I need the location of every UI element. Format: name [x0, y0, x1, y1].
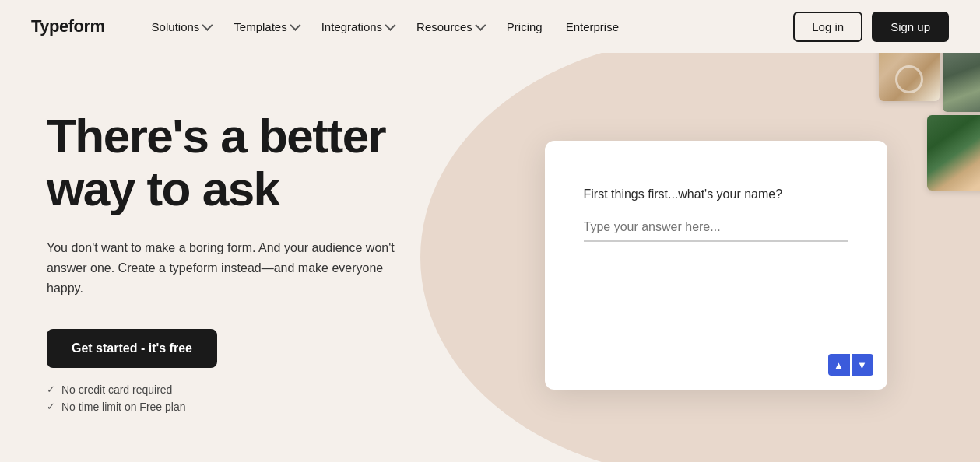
- hero-section: There's a better way to ask You don't wa…: [0, 53, 980, 462]
- signup-button[interactable]: Sign up: [872, 12, 949, 42]
- form-question: First things first...what's your name?: [584, 187, 848, 201]
- trust-item-2: ✓ No time limit on Free plan: [47, 401, 420, 413]
- checkmark-icon: ✓: [47, 383, 55, 395]
- nav-links: Solutions Templates Integrations Resourc…: [142, 14, 794, 40]
- photo-chairs-thumbnail: [927, 115, 980, 191]
- chevron-down-icon: [475, 20, 486, 31]
- logo[interactable]: Typeform: [31, 16, 105, 37]
- nav-resources[interactable]: Resources: [407, 14, 493, 40]
- form-preview-card: First things first...what's your name? ▲…: [545, 141, 887, 390]
- hero-heading: There's a better way to ask: [47, 110, 420, 215]
- hero-subtext: You don't want to make a boring form. An…: [47, 238, 405, 299]
- chevron-down-icon: [385, 20, 395, 31]
- nav-pricing[interactable]: Pricing: [497, 14, 552, 40]
- navbar: Typeform Solutions Templates Integration…: [0, 0, 980, 53]
- trust-list: ✓ No credit card required ✓ No time limi…: [47, 383, 420, 413]
- form-navigation: ▲ ▼: [828, 354, 873, 376]
- form-answer-input[interactable]: [584, 214, 848, 242]
- photo-tools-thumbnail: [879, 53, 940, 101]
- login-button[interactable]: Log in: [793, 12, 862, 42]
- nav-integrations[interactable]: Integrations: [312, 14, 402, 40]
- form-nav-down-button[interactable]: ▼: [852, 354, 873, 376]
- checkmark-icon: ✓: [47, 401, 55, 412]
- cta-button[interactable]: Get started - it's free: [47, 329, 217, 368]
- image-row-top: [879, 53, 980, 112]
- chevron-down-icon: [290, 20, 300, 31]
- image-row-bottom: [879, 115, 980, 191]
- floating-images: [879, 53, 980, 191]
- nav-actions: Log in Sign up: [793, 12, 949, 42]
- nav-solutions[interactable]: Solutions: [142, 14, 220, 40]
- nav-templates[interactable]: Templates: [224, 14, 307, 40]
- form-nav-up-button[interactable]: ▲: [828, 354, 850, 376]
- hero-right: First things first...what's your name? ▲…: [451, 53, 980, 462]
- trust-item-1: ✓ No credit card required: [47, 383, 420, 396]
- hero-left: There's a better way to ask You don't wa…: [0, 53, 451, 462]
- photo-abstract-thumbnail: [943, 53, 980, 112]
- nav-enterprise[interactable]: Enterprise: [557, 14, 628, 40]
- chevron-down-icon: [202, 20, 213, 31]
